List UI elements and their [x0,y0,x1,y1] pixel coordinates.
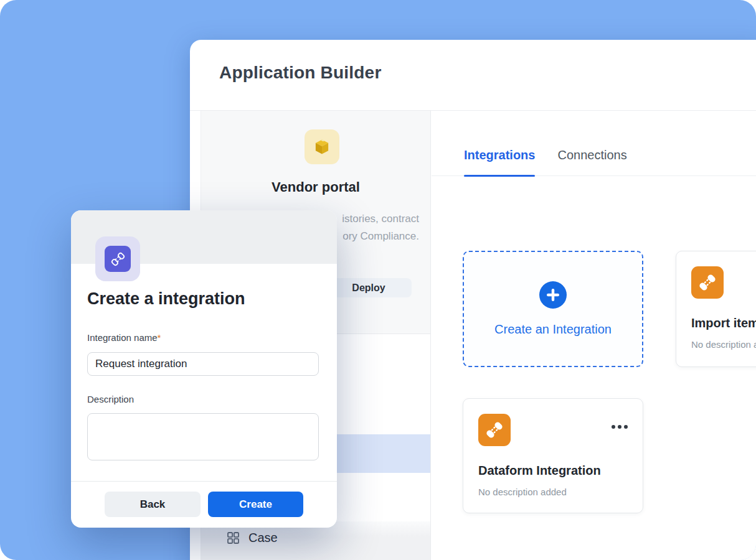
page-background: Application Builder Vendor portal istori… [0,0,756,560]
integrations-panel: Integrations Connections Create an Integ… [432,111,756,560]
more-menu-icon[interactable] [612,425,628,429]
plug-icon [478,414,511,446]
description-label: Description [87,394,134,404]
plug-icon [691,266,724,299]
link-plug-icon [105,246,131,272]
integration-name-input[interactable] [87,352,319,376]
link-plug-icon-frame [95,236,140,281]
sidebar-item-case[interactable]: Case [226,531,278,545]
tab-bar: Integrations Connections [432,111,756,176]
integration-card-title: Import items [691,316,756,330]
create-integration-modal: Create a integration Integration name* D… [71,210,337,528]
window-header: Application Builder [190,40,756,111]
integration-name-label-text: Integration name [87,332,158,343]
create-integration-label: Create an Integration [494,322,612,337]
deploy-button[interactable]: Deploy [326,278,412,297]
modal-title: Create a integration [87,289,245,309]
plug-icon-svg [484,419,505,441]
integration-card-description: No description added [691,339,756,350]
app-description-line1: istories, contract [342,213,419,225]
create-integration-card[interactable]: Create an Integration [463,251,643,367]
page-title: Application Builder [219,63,381,83]
required-asterisk: * [158,332,161,343]
create-button[interactable]: Create [208,492,303,517]
modal-footer-divider [71,481,337,482]
package-icon [305,129,339,164]
integration-card-description: No description added [478,487,628,497]
app-description-line2: ory Compliance. [343,230,419,242]
description-textarea[interactable] [87,413,319,460]
package-icon-svg [312,137,332,157]
plug-icon-svg [697,272,718,293]
app-name: Vendor portal [201,179,430,195]
integration-name-label: Integration name* [87,332,161,343]
grid-icon [226,531,240,545]
integration-card-import-items[interactable]: Import items No description added [676,251,756,367]
tab-integrations[interactable]: Integrations [464,148,535,175]
back-button[interactable]: Back [105,492,201,517]
sidebar-item-case-label: Case [248,531,278,545]
plus-icon [539,281,567,309]
integration-card-dataform[interactable]: Dataform Integration No description adde… [463,398,643,513]
link-plug-icon-svg [110,251,126,268]
integration-card-title: Dataform Integration [478,464,628,478]
tab-connections[interactable]: Connections [557,148,626,175]
